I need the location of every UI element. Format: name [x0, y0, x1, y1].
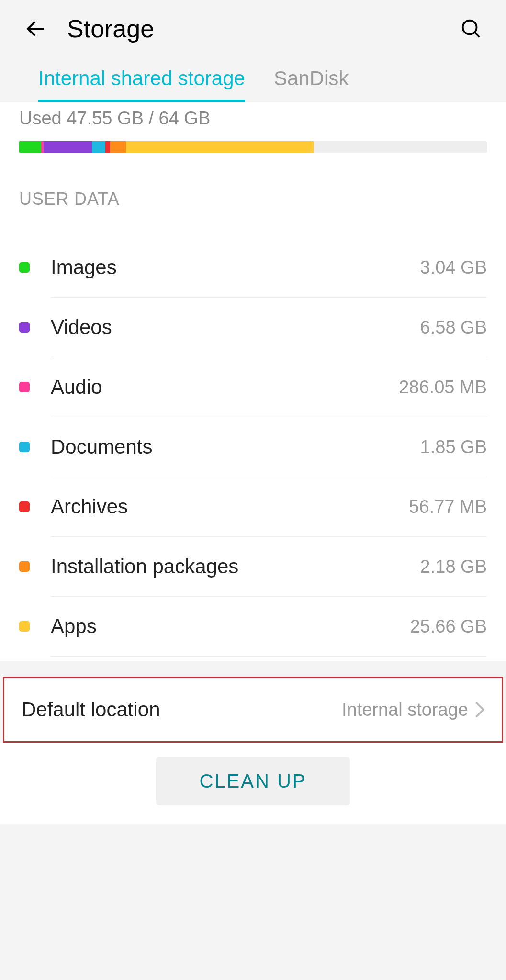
divider — [0, 661, 506, 677]
svg-line-2 — [475, 33, 480, 37]
bar-segment — [44, 141, 91, 153]
category-size: 6.58 GB — [420, 317, 487, 338]
bar-segment — [105, 141, 110, 153]
category-name: Archives — [51, 495, 409, 518]
category-row[interactable]: Documents1.85 GB — [19, 417, 487, 477]
section-header-user-data: USER DATA — [19, 189, 487, 238]
back-arrow-icon[interactable] — [24, 17, 48, 41]
default-location-row[interactable]: Default location Internal storage — [3, 677, 503, 743]
category-name: Videos — [51, 316, 420, 339]
category-row[interactable]: Installation packages2.18 GB — [19, 537, 487, 596]
category-name: Installation packages — [51, 555, 420, 578]
cleanup-area: CLEAN UP — [0, 743, 506, 824]
storage-bar — [19, 141, 487, 153]
category-row[interactable]: Images3.04 GB — [19, 238, 487, 297]
category-name: Documents — [51, 435, 420, 458]
row-divider — [51, 656, 487, 657]
bar-segment — [19, 141, 41, 153]
default-location-value: Internal storage — [342, 700, 468, 720]
chevron-right-icon — [475, 702, 484, 718]
category-row[interactable]: Apps25.66 GB — [19, 597, 487, 656]
tab-sandisk[interactable]: SanDisk — [274, 67, 349, 102]
category-size: 3.04 GB — [420, 257, 487, 278]
search-icon[interactable] — [460, 18, 482, 40]
category-size: 2.18 GB — [420, 557, 487, 577]
bar-segment — [126, 141, 314, 153]
category-name: Apps — [51, 615, 410, 638]
category-row[interactable]: Audio286.05 MB — [19, 357, 487, 417]
header: Storage Internal shared storage SanDisk — [0, 0, 506, 102]
category-size: 56.77 MB — [409, 497, 487, 517]
svg-point-1 — [463, 21, 477, 34]
category-row[interactable]: Videos6.58 GB — [19, 298, 487, 357]
header-top: Storage — [24, 14, 482, 67]
category-size: 1.85 GB — [420, 437, 487, 457]
category-name: Images — [51, 256, 420, 279]
default-location-label: Default location — [22, 698, 342, 721]
category-size: 286.05 MB — [399, 377, 487, 398]
tabs: Internal shared storage SanDisk — [24, 67, 482, 102]
category-size: 25.66 GB — [410, 616, 487, 637]
color-dot — [19, 442, 30, 452]
color-dot — [19, 501, 30, 512]
cleanup-button[interactable]: CLEAN UP — [156, 757, 349, 805]
bar-segment — [92, 141, 105, 153]
color-dot — [19, 382, 30, 392]
content: Used 47.55 GB / 64 GB USER DATA Images3.… — [0, 102, 506, 661]
color-dot — [19, 322, 30, 333]
page-title: Storage — [67, 14, 441, 43]
color-dot — [19, 262, 30, 273]
usage-text: Used 47.55 GB / 64 GB — [19, 102, 487, 141]
category-row[interactable]: Archives56.77 MB — [19, 477, 487, 536]
category-name: Audio — [51, 376, 399, 399]
categories-list: Images3.04 GBVideos6.58 GBAudio286.05 MB… — [19, 238, 487, 661]
tab-internal-storage[interactable]: Internal shared storage — [38, 67, 245, 102]
color-dot — [19, 621, 30, 632]
color-dot — [19, 561, 30, 572]
bar-segment — [110, 141, 126, 153]
